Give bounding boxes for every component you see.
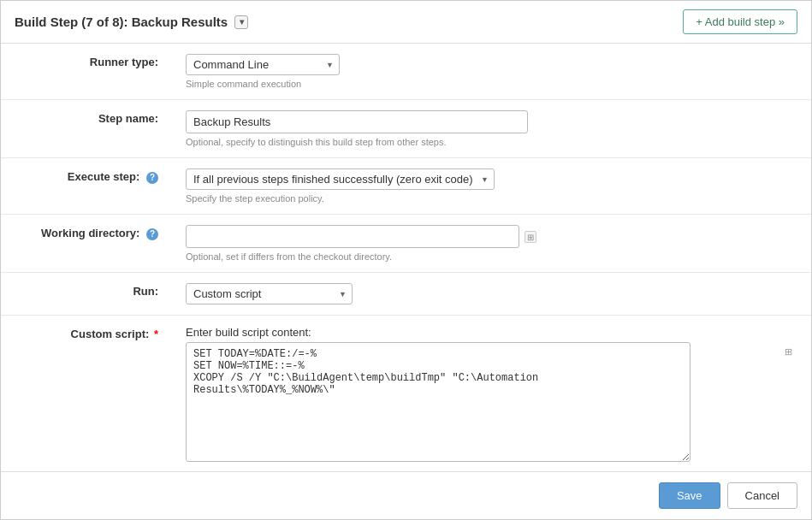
execute-step-field: If all previous steps finished successfu… <box>172 158 811 215</box>
title-text: Build Step (7 of 8): Backup Results <box>15 15 228 29</box>
working-dir-row: Working directory: ? ⊞ Optional, set if … <box>1 215 811 273</box>
step-name-row: Step name: Optional, specify to distingu… <box>1 100 811 158</box>
execute-step-help-icon[interactable]: ? <box>146 172 158 184</box>
execute-step-select-container: If all previous steps finished successfu… <box>186 168 495 190</box>
run-label: Run: <box>1 273 172 316</box>
execute-step-select[interactable]: If all previous steps finished successfu… <box>186 168 495 190</box>
runner-type-row: Runner type: Command Line Ant Maven Grad… <box>1 44 811 100</box>
execute-step-row: Execute step: ? If all previous steps fi… <box>1 158 811 215</box>
runner-type-select-wrapper: Command Line Ant Maven Gradle <box>186 54 797 75</box>
footer: Save Cancel <box>1 471 811 519</box>
script-expand-icon[interactable]: ⊞ <box>782 346 794 358</box>
execute-step-label: Execute step: ? <box>1 158 172 215</box>
run-select-container: Custom script Executable with parameters <box>186 283 353 304</box>
working-dir-help-icon[interactable]: ? <box>146 228 158 240</box>
page-wrapper: Build Step (7 of 8): Backup Results ▾ + … <box>0 0 812 520</box>
custom-script-row: Custom script: * Enter build script cont… <box>1 316 811 472</box>
custom-script-required: * <box>154 328 158 340</box>
working-dir-expand-icon[interactable]: ⊞ <box>525 231 536 243</box>
add-build-step-button[interactable]: + Add build step » <box>683 9 797 34</box>
runner-type-label: Runner type: <box>1 44 172 100</box>
run-row: Run: Custom script Executable with param… <box>1 273 811 316</box>
add-build-step-label: + Add build step » <box>696 15 785 28</box>
working-dir-label: Working directory: ? <box>1 215 172 273</box>
step-name-hint: Optional, specify to distinguish this bu… <box>186 137 797 147</box>
runner-type-field: Command Line Ant Maven Gradle Simple com… <box>172 44 811 100</box>
step-name-field: Optional, specify to distinguish this bu… <box>172 100 811 158</box>
working-dir-input-wrapper: ⊞ <box>186 225 797 248</box>
run-select[interactable]: Custom script Executable with parameters <box>186 283 353 304</box>
form-content: Runner type: Command Line Ant Maven Grad… <box>1 44 811 471</box>
step-name-label: Step name: <box>1 100 172 158</box>
step-name-input[interactable] <box>186 110 528 133</box>
runner-type-hint: Simple command execution <box>186 79 797 89</box>
run-field: Custom script Executable with parameters <box>172 273 811 316</box>
custom-script-textarea[interactable]: SET TODAY=%DATE:/=-% SET NOW=%TIME::=-% … <box>186 342 690 462</box>
page-title: Build Step (7 of 8): Backup Results ▾ <box>15 15 248 29</box>
working-dir-input[interactable] <box>186 225 519 248</box>
save-button[interactable]: Save <box>659 482 720 509</box>
working-dir-hint: Optional, set if differs from the checko… <box>186 251 797 262</box>
header: Build Step (7 of 8): Backup Results ▾ + … <box>1 1 811 44</box>
form-table: Runner type: Command Line Ant Maven Grad… <box>1 44 811 471</box>
custom-script-enter-label: Enter build script content: <box>186 326 797 339</box>
title-dropdown-icon[interactable]: ▾ <box>234 15 248 29</box>
custom-script-field: Enter build script content: SET TODAY=%D… <box>172 316 811 472</box>
cancel-button[interactable]: Cancel <box>727 482 797 509</box>
script-textarea-wrapper: SET TODAY=%DATE:/=-% SET NOW=%TIME::=-% … <box>186 342 797 464</box>
runner-type-select[interactable]: Command Line Ant Maven Gradle <box>186 54 340 75</box>
working-dir-field: ⊞ Optional, set if differs from the chec… <box>172 215 811 273</box>
runner-type-select-container: Command Line Ant Maven Gradle <box>186 54 340 75</box>
custom-script-label-cell: Custom script: * <box>1 316 172 472</box>
execute-step-hint: Specify the step execution policy. <box>186 193 797 204</box>
